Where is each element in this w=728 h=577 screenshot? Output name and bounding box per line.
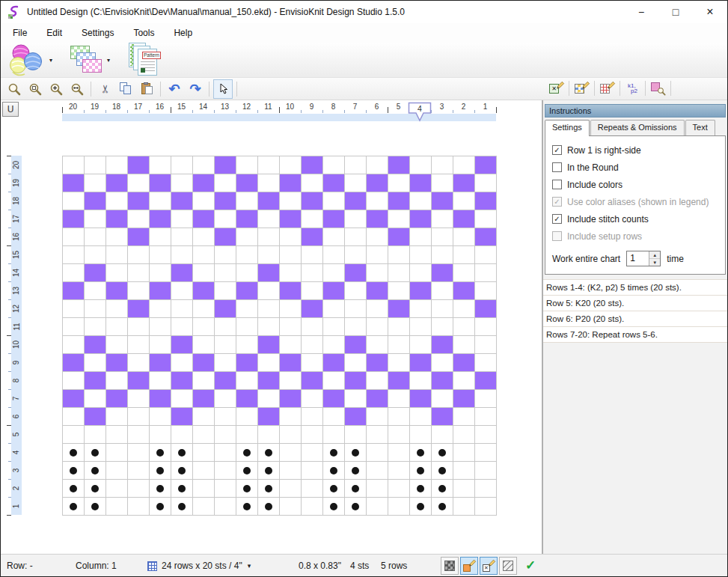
chart-cell[interactable] <box>453 498 475 516</box>
chart-cell[interactable] <box>323 336 345 354</box>
chart-cell[interactable] <box>453 282 475 300</box>
chart-cell[interactable] <box>475 246 497 264</box>
chart-cell[interactable] <box>453 246 475 264</box>
chart-cell[interactable] <box>193 426 215 444</box>
color-edit-toggle[interactable] <box>460 557 478 575</box>
chart-cell[interactable] <box>410 318 432 336</box>
chart-cell[interactable] <box>236 408 258 426</box>
chart-cell[interactable] <box>388 336 410 354</box>
chart-cell[interactable] <box>323 210 345 228</box>
chart-cell[interactable] <box>453 192 475 210</box>
chart-cell[interactable] <box>410 354 432 372</box>
chart-cell[interactable] <box>63 498 85 516</box>
chart-cell[interactable] <box>258 300 280 318</box>
chart-cell[interactable] <box>85 336 106 354</box>
gauge-selector[interactable]: 24 rows x 20 sts / 4" ▾ <box>147 558 251 574</box>
chart-cell[interactable] <box>106 282 128 300</box>
chart-cell[interactable] <box>388 480 410 498</box>
chart-cell[interactable] <box>236 426 258 444</box>
chart-cell[interactable] <box>453 426 475 444</box>
chart-cell[interactable] <box>215 210 236 228</box>
chart-cell[interactable] <box>106 498 128 516</box>
chart-cell[interactable] <box>475 156 497 174</box>
chart-cell[interactable] <box>410 444 432 462</box>
chart-cell[interactable] <box>280 246 302 264</box>
chart-cell[interactable] <box>128 498 150 516</box>
chart-cell[interactable] <box>258 174 280 192</box>
chart-cell[interactable] <box>475 264 497 282</box>
chart-cell[interactable] <box>432 336 453 354</box>
chart-cell[interactable] <box>128 390 150 408</box>
chart-cell[interactable] <box>236 282 258 300</box>
chart-cell[interactable] <box>193 264 215 282</box>
chart-cell[interactable] <box>475 408 497 426</box>
chart-cell[interactable] <box>106 264 128 282</box>
chart-cell[interactable] <box>302 336 323 354</box>
chart-cell[interactable] <box>193 282 215 300</box>
chart-cell[interactable] <box>432 390 453 408</box>
chart-cell[interactable] <box>193 246 215 264</box>
chart-cell[interactable] <box>193 210 215 228</box>
chart-cell[interactable] <box>128 210 150 228</box>
chart-cell[interactable] <box>106 444 128 462</box>
chart-cell[interactable] <box>367 372 388 390</box>
chart-cell[interactable] <box>302 156 323 174</box>
chart-cell[interactable] <box>345 282 367 300</box>
chart-cell[interactable] <box>432 282 453 300</box>
checkbox-box[interactable]: ✓ <box>552 214 562 224</box>
chart-cell[interactable] <box>345 354 367 372</box>
chart-cell[interactable] <box>193 174 215 192</box>
chart-cell[interactable] <box>302 426 323 444</box>
chart-cell[interactable] <box>63 192 85 210</box>
chart-cell[interactable] <box>388 444 410 462</box>
chart-cell[interactable] <box>388 300 410 318</box>
chart-cell[interactable] <box>128 192 150 210</box>
chart-cell[interactable] <box>236 480 258 498</box>
chart-cell[interactable] <box>302 210 323 228</box>
chart-cell[interactable] <box>85 408 106 426</box>
checkbox-box[interactable]: ✓ <box>552 197 562 207</box>
chart-cell[interactable] <box>323 300 345 318</box>
select-cursor-button[interactable] <box>213 79 233 99</box>
chart-cell[interactable] <box>323 318 345 336</box>
chart-cell[interactable] <box>258 210 280 228</box>
chart-cell[interactable] <box>475 354 497 372</box>
chart-cell[interactable] <box>280 264 302 282</box>
chart-cell[interactable] <box>323 390 345 408</box>
chart-cell[interactable] <box>280 174 302 192</box>
chart-cell[interactable] <box>193 228 215 246</box>
chart-cell[interactable] <box>150 246 171 264</box>
chart-cell[interactable] <box>63 408 85 426</box>
chart-cell[interactable] <box>432 156 453 174</box>
chart-cell[interactable] <box>475 462 497 480</box>
chart-cell[interactable] <box>171 318 193 336</box>
chart-cell[interactable] <box>280 282 302 300</box>
chart-cell[interactable] <box>302 264 323 282</box>
chart-cell[interactable] <box>258 480 280 498</box>
chart-cell[interactable] <box>453 462 475 480</box>
chart-cell[interactable] <box>106 246 128 264</box>
chart-cell[interactable] <box>432 174 453 192</box>
chart-cell[interactable] <box>258 318 280 336</box>
chart-cell[interactable] <box>193 336 215 354</box>
menu-settings[interactable]: Settings <box>72 25 123 41</box>
maximize-button[interactable]: □ <box>658 1 693 23</box>
chart-cell[interactable] <box>345 174 367 192</box>
chart-cell[interactable] <box>193 462 215 480</box>
chart-cell[interactable] <box>150 300 171 318</box>
chart-cell[interactable] <box>432 480 453 498</box>
chart-cell[interactable] <box>410 246 432 264</box>
chart-cell[interactable] <box>432 192 453 210</box>
chart-cell[interactable] <box>236 318 258 336</box>
chart-cell[interactable] <box>345 462 367 480</box>
chart-cell[interactable] <box>323 282 345 300</box>
chart-cell[interactable] <box>453 210 475 228</box>
chart-cell[interactable] <box>128 372 150 390</box>
chart-cell[interactable] <box>128 282 150 300</box>
chart-cell[interactable] <box>85 498 106 516</box>
chart-cell[interactable] <box>236 228 258 246</box>
chart-cell[interactable] <box>85 390 106 408</box>
chart-cell[interactable] <box>236 300 258 318</box>
chart-cell[interactable] <box>258 426 280 444</box>
chart-cell[interactable] <box>367 282 388 300</box>
